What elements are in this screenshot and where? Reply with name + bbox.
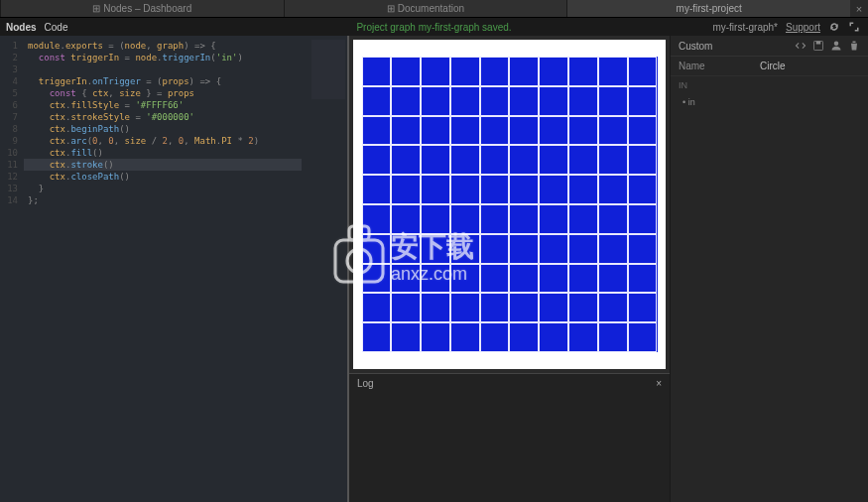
code-editor[interactable]: 1234567891011121314 module.exports = (no… bbox=[0, 36, 347, 502]
name-value[interactable]: Circle bbox=[760, 61, 786, 71]
code-line[interactable]: ctx.strokeStyle = '#000000' bbox=[28, 111, 308, 123]
code-line[interactable]: }; bbox=[28, 194, 308, 206]
inspector-delete-icon[interactable] bbox=[848, 40, 860, 52]
window-tab[interactable]: my-first-project bbox=[566, 0, 850, 17]
code-line[interactable]: triggerIn.onTrigger = (props) => { bbox=[28, 75, 308, 87]
code-line[interactable]: ctx.beginPath() bbox=[28, 123, 308, 135]
inspector-user-icon[interactable] bbox=[830, 40, 842, 52]
code-line[interactable]: ctx.closePath() bbox=[28, 171, 308, 183]
code-line[interactable]: const triggerIn = node.triggerIn('in') bbox=[28, 52, 308, 63]
canvas-grid bbox=[362, 57, 658, 352]
code-line[interactable]: } bbox=[28, 183, 308, 194]
inspector-panel: Custom Name Circle IN • in bbox=[670, 36, 868, 502]
preview-canvas bbox=[353, 40, 666, 369]
code-line[interactable]: ctx.fillStyle = '#FFFF66' bbox=[28, 99, 308, 111]
code-line[interactable] bbox=[28, 63, 308, 75]
svg-point-2 bbox=[834, 42, 839, 47]
mode-code[interactable]: Code bbox=[45, 22, 68, 33]
in-section: IN bbox=[671, 76, 868, 94]
code-line[interactable]: ctx.stroke() bbox=[24, 159, 302, 171]
inspector-save-icon[interactable] bbox=[812, 40, 824, 52]
line-gutter: 1234567891011121314 bbox=[0, 36, 24, 206]
inspector-title: Custom bbox=[679, 41, 712, 52]
expand-icon[interactable] bbox=[848, 21, 860, 33]
window-tabs: ⊞ Nodes – Dashboard⊞ Documentationmy-fir… bbox=[0, 0, 868, 18]
support-link[interactable]: Support bbox=[786, 22, 820, 33]
code-line[interactable]: ctx.fill() bbox=[28, 147, 308, 159]
log-title: Log bbox=[357, 378, 374, 389]
code-line[interactable]: const { ctx, size } = props bbox=[28, 87, 308, 99]
code-area[interactable]: module.exports = (node, graph) => { cons… bbox=[28, 40, 308, 206]
toolbar: Nodes Code Project graph my-first-graph … bbox=[0, 18, 868, 36]
name-label: Name bbox=[679, 61, 760, 71]
sync-icon[interactable] bbox=[828, 21, 840, 33]
minimap[interactable] bbox=[311, 40, 345, 99]
tab-close-icon[interactable]: × bbox=[850, 0, 868, 17]
window-tab[interactable]: ⊞ Documentation bbox=[284, 0, 567, 17]
log-close-icon[interactable]: × bbox=[656, 378, 662, 389]
graph-name[interactable]: my-first-graph* bbox=[712, 22, 778, 33]
window-tab[interactable]: ⊞ Nodes – Dashboard bbox=[0, 0, 284, 17]
log-panel: Log × bbox=[349, 373, 670, 502]
code-line[interactable]: module.exports = (node, graph) => { bbox=[28, 40, 308, 52]
inspector-code-icon[interactable] bbox=[795, 40, 806, 52]
svg-rect-1 bbox=[816, 42, 821, 45]
mode-nodes[interactable]: Nodes bbox=[6, 22, 37, 33]
port-item[interactable]: • in bbox=[671, 94, 868, 110]
code-line[interactable]: ctx.arc(0, 0, size / 2, 0, Math.PI * 2) bbox=[28, 135, 308, 147]
